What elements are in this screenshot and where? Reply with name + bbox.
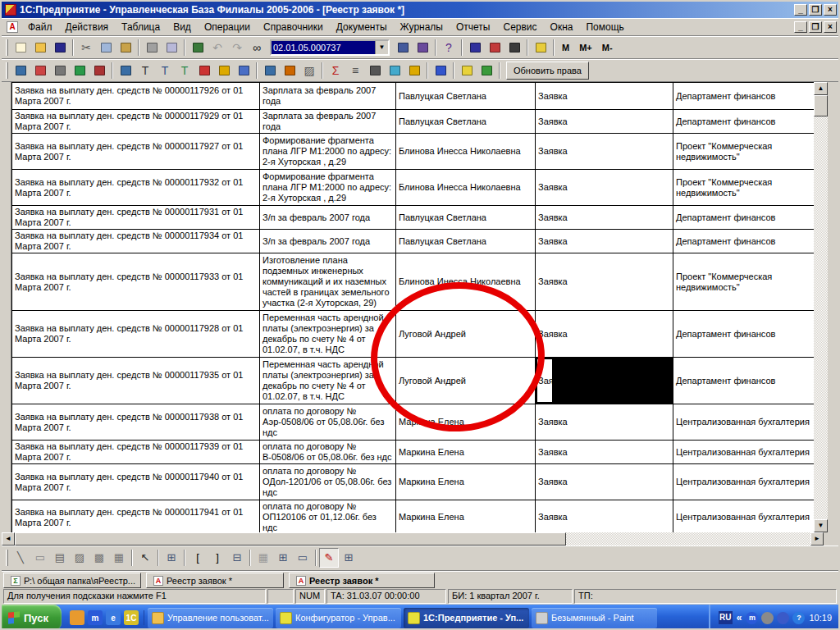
print-preview-icon[interactable] [162, 38, 181, 57]
open-folder-icon[interactable] [30, 38, 50, 57]
checkerboard-icon[interactable]: ▨ [299, 61, 319, 80]
table-cell[interactable]: Заявка [536, 134, 673, 170]
calculator-icon[interactable] [465, 38, 485, 57]
table-cell[interactable]: Заявка на выплату ден. средств № 0000011… [12, 253, 260, 311]
memory-recall-button[interactable]: M [557, 43, 574, 52]
tray-display-icon[interactable] [777, 612, 789, 624]
table-cell[interactable]: Маркина Елена [396, 464, 536, 500]
doc-yellow-icon[interactable] [214, 61, 234, 80]
table-plus-icon[interactable] [116, 61, 135, 80]
horizontal-scroll-thumb[interactable] [15, 532, 566, 546]
table-cell[interactable]: Заявка на выплату ден. средств № 0000011… [12, 311, 260, 358]
table-cell[interactable]: Заявка на выплату ден. средств № 0000011… [12, 500, 260, 533]
table-cell[interactable]: Павлуцкая Светлана [396, 83, 536, 110]
launch-clock-icon[interactable] [70, 610, 84, 625]
table-cell[interactable]: Заявка [536, 110, 673, 134]
menu-item[interactable]: Журналы [394, 20, 450, 34]
doc-red-icon[interactable] [194, 61, 214, 80]
tray-chevron-icon[interactable]: « [737, 612, 742, 623]
text-doc-green-icon[interactable]: T [175, 61, 194, 80]
redo-icon[interactable]: ↷ [227, 38, 247, 57]
table-cell[interactable]: Централизованная бухгалтерия [673, 404, 815, 441]
table-cell[interactable]: Переменная часть арендной платы (электро… [260, 358, 396, 404]
table-cell[interactable]: Маркина Елена [396, 404, 536, 441]
vertical-scroll-track[interactable] [814, 116, 828, 519]
ruler-icon[interactable]: ▭ [293, 548, 313, 568]
puzzle-icon[interactable] [431, 61, 450, 80]
pattern-rect-tool-icon[interactable]: ▨ [70, 548, 89, 568]
table-cell[interactable]: Департамент финансов [673, 83, 815, 110]
taskbar-button[interactable]: Безымянный - Paint [532, 608, 657, 628]
child-restore-button[interactable]: ❐ [809, 21, 822, 33]
table-cell[interactable]: Заявка [536, 253, 673, 311]
bracket-close-icon[interactable]: ] [208, 548, 227, 568]
header-table-icon[interactable]: ⊞ [273, 548, 293, 568]
table-cell[interactable]: Павлуцкая Светлана [396, 206, 536, 230]
table-cell[interactable]: Заявка на выплату ден. средств № 0000011… [12, 134, 260, 170]
pointer-tool-icon[interactable]: ↖ [135, 548, 155, 568]
book-icon[interactable] [531, 38, 550, 57]
table-blue-icon[interactable] [260, 61, 280, 80]
table-cell[interactable]: Заявка на выплату ден. средств № 0000011… [12, 110, 260, 134]
table-cell[interactable]: З/п за февраль 2007 года [260, 206, 396, 230]
tree-icon[interactable] [404, 61, 424, 80]
vertical-scrollbar[interactable]: ▲ ▼ [814, 82, 828, 532]
tray-help-icon[interactable]: ? [792, 612, 805, 624]
tab-registry-1[interactable]: A Реестр заявок * [146, 573, 284, 588]
tray-messenger-icon[interactable]: m [746, 612, 758, 624]
table-cell[interactable]: Формирование фрагмента плана ЛГР М1:2000… [260, 170, 396, 206]
toolbar-grip[interactable] [6, 39, 8, 56]
save-sum-icon[interactable]: Σ [326, 61, 345, 80]
cut-icon[interactable]: ✂ [76, 38, 96, 57]
calendar-icon[interactable] [485, 38, 504, 57]
table-cell[interactable]: Зарплата за февраль 2007 года [260, 110, 396, 134]
menu-item[interactable]: Действия [59, 20, 116, 34]
table-cell[interactable]: Павлуцкая Светлана [396, 230, 536, 253]
table-cell[interactable]: Департамент финансов [673, 206, 815, 230]
menu-item[interactable]: Операции [198, 20, 257, 34]
no-edit-icon[interactable]: ✎ [319, 548, 339, 568]
chevron-down-icon[interactable]: ▼ [375, 41, 388, 54]
search-next-icon[interactable] [393, 38, 413, 57]
help-icon[interactable]: ? [439, 38, 459, 57]
table-cell[interactable]: Заявка на выплату ден. средств № 0000011… [12, 441, 260, 464]
menu-item[interactable]: Отчеты [450, 20, 496, 34]
taskbar-button[interactable]: Конфигуратор - Управ... [276, 608, 401, 628]
restore-button[interactable]: ❐ [809, 4, 822, 16]
memory-subtract-button[interactable]: M- [597, 43, 618, 52]
table-cell[interactable]: Проект "Коммерческая недвижимость" [673, 253, 815, 311]
child-close-button[interactable]: × [824, 21, 837, 33]
taskbar-button[interactable]: Управление пользоват... [148, 608, 273, 628]
table-cell[interactable]: Заявка [536, 464, 673, 500]
table-cell[interactable]: оплата по договору № Аэр-0508/06 от 05,0… [260, 404, 396, 441]
launch-ie-icon[interactable]: e [106, 610, 121, 625]
tab-registry-2-active[interactable]: A Реестр заявок * [289, 573, 435, 588]
scroll-down-icon[interactable]: ▼ [814, 519, 828, 532]
menu-item[interactable]: Таблица [115, 20, 167, 34]
table-cell[interactable]: Переменная часть арендной платы (электро… [260, 311, 396, 358]
print-icon[interactable] [142, 38, 162, 57]
rectangle-tool-icon[interactable]: ▭ [30, 548, 50, 568]
tray-clock-icon[interactable] [761, 612, 774, 624]
memory-add-button[interactable]: M+ [574, 43, 597, 52]
toolbar-grip[interactable] [6, 550, 8, 566]
table-cell[interactable]: Луговой Андрей [396, 358, 536, 404]
hierarchy-icon[interactable]: ⊟ [227, 548, 247, 568]
text-doc-plus-icon[interactable]: T [155, 61, 175, 80]
marker-icon[interactable] [504, 38, 524, 57]
table-cell[interactable]: Департамент финансов [673, 110, 815, 134]
table-cell[interactable]: Блинова Инесса Николаевна [396, 134, 536, 170]
paste-icon[interactable] [116, 38, 135, 57]
dotted-area-icon[interactable]: ▦ [253, 548, 273, 568]
toolbar-grip[interactable] [6, 62, 8, 79]
calendar-26-icon[interactable] [457, 61, 477, 80]
camera-icon[interactable] [365, 61, 385, 80]
horizontal-scroll-track[interactable] [566, 532, 810, 546]
table-cell[interactable]: Департамент финансов [673, 358, 815, 404]
table-cell[interactable]: Заявка [536, 404, 673, 441]
cube-icon[interactable] [30, 61, 50, 80]
copy-icon[interactable] [96, 38, 116, 57]
table-cell[interactable]: Заявка [536, 358, 673, 404]
table-cell[interactable]: Заявка [536, 83, 673, 110]
table-cell[interactable]: Маркина Елена [396, 500, 536, 533]
